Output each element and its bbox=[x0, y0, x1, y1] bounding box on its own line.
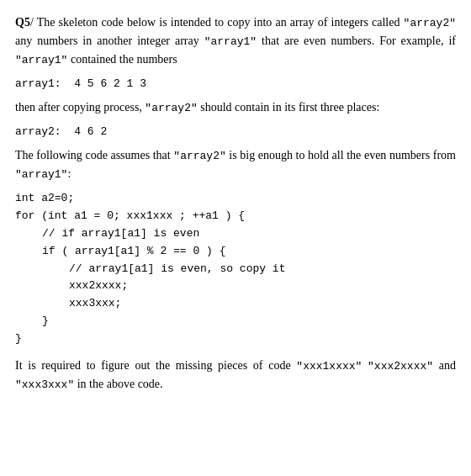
code-line-2: for (int a1 = 0; xxx1xxx ; ++a1 ) { bbox=[15, 208, 456, 225]
code-line-6: xxx2xxxx; bbox=[15, 278, 456, 295]
code-line-4: if ( array1[a1] % 2 == 0 ) { bbox=[15, 243, 456, 261]
footer-paragraph: It is required to figure out the missing… bbox=[15, 357, 456, 394]
array2-ref2: "array2" bbox=[145, 102, 197, 114]
array1-example: array1: 4 5 6 2 1 3 bbox=[15, 76, 456, 93]
code-line-9: } bbox=[15, 331, 456, 348]
code-line-7: xxx3xxx; bbox=[15, 295, 456, 313]
xxx1-ref: "xxx1xxxx" bbox=[296, 360, 362, 373]
code-line-1: int a2=0; bbox=[15, 190, 456, 208]
xxx2-ref: "xxx2xxxx" bbox=[368, 360, 433, 373]
array1-ref2: "array1" bbox=[15, 54, 67, 66]
array1-ref3: "array1" bbox=[15, 168, 67, 181]
code-line-5: // array1[a1] is even, so copy it bbox=[15, 261, 456, 278]
code-line-8: } bbox=[15, 313, 456, 331]
code-block: int a2=0; for (int a1 = 0; xxx1xxx ; ++a… bbox=[15, 190, 456, 347]
array2-ref3: "array2" bbox=[173, 150, 225, 162]
array1-example-line: array1: 4 5 6 2 1 3 bbox=[15, 76, 456, 93]
assumes-paragraph: The following code assumes that "array2"… bbox=[15, 146, 456, 183]
array2-ref1: "array2" bbox=[404, 17, 456, 29]
question-number: Q5 bbox=[15, 16, 30, 29]
xxx3-ref: "xxx3xxx" bbox=[15, 378, 74, 391]
then-paragraph: then after copying process, "array2" sho… bbox=[15, 98, 456, 117]
array2-example-line: array2: 4 6 2 bbox=[15, 124, 456, 141]
array2-example: array2: 4 6 2 bbox=[15, 124, 456, 141]
code-line-3: // if array1[a1] is even bbox=[15, 225, 456, 243]
intro-text: / The skeleton code below is intended to… bbox=[15, 16, 456, 66]
question-paragraph: Q5/ The skeleton code below is intended … bbox=[15, 13, 456, 69]
array1-ref1: "array1" bbox=[204, 35, 257, 48]
